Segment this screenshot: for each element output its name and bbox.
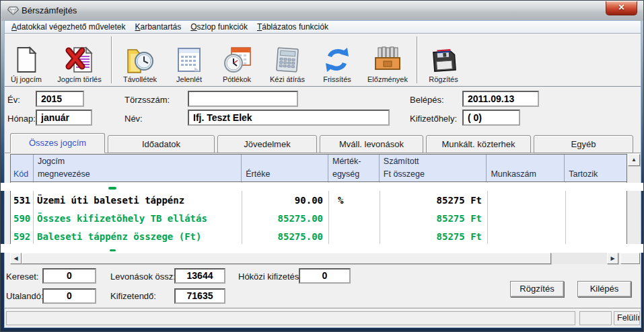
toolbar-separator (111, 36, 112, 83)
record-toolbar-button[interactable]: Rögzítés (421, 38, 466, 83)
table-row[interactable]: 592 Baleseti táppénz összege (Ft) 85275.… (11, 228, 627, 246)
exit-button[interactable]: Kilépés (577, 281, 631, 297)
window-title: Bérszámfejtés (22, 5, 77, 15)
name-input[interactable]: Ifj. Teszt Elek (188, 110, 390, 126)
employee-id-input[interactable] (188, 91, 298, 107)
earnings-label: Kereset: (6, 272, 38, 282)
tab-jovedelmek[interactable]: Jövedelmek (217, 135, 317, 153)
calculator-icon (273, 45, 302, 75)
close-icon: ✕ (618, 3, 624, 12)
menu-bar: Adatokkal végezhető műveletek Karbantart… (5, 21, 641, 34)
transfer-input[interactable]: 0 (42, 288, 96, 304)
stitch-band (1, 183, 644, 191)
column-header-szamitott[interactable]: SzámítottFt összege (379, 155, 487, 181)
supplements-button[interactable]: Pótlékok (214, 38, 260, 83)
clipped-row-fragment (108, 187, 116, 190)
toolbar-separator (417, 36, 417, 83)
column-header-kod[interactable]: Kód (11, 155, 33, 181)
separator-line (5, 308, 641, 309)
horizontal-scrollbar[interactable]: ◀ ▶ (10, 253, 618, 264)
app-window: Bérszámfejtés ✕ Adatokkal végezhető műve… (0, 0, 644, 332)
month-input[interactable]: január (36, 110, 92, 126)
year-input[interactable]: 2015 (36, 91, 84, 107)
entry-date-label: Belépés: (410, 95, 444, 105)
column-header-erteke[interactable]: Értéke (241, 155, 328, 181)
record-button[interactable]: Rögzítés (510, 281, 564, 297)
status-panel-main (6, 311, 575, 325)
scroll-right-icon: ▶ (610, 255, 614, 261)
table-header: Kód Jogcímmegnevezése Értéke Mérték-egys… (10, 154, 627, 182)
payment-office-input[interactable]: ( 0) (462, 110, 520, 126)
transfer-label: Utalandó: (6, 291, 44, 301)
refresh-button[interactable]: Frissítés (315, 38, 359, 83)
clipped-row-fragment (110, 249, 116, 251)
tab-strip: Összes jogcím Időadatok Jövedelmek Mváll… (5, 132, 641, 153)
card-file-icon (373, 45, 402, 75)
payment-office-label: Kifizetőhely: (410, 114, 457, 124)
table-body: 531 Üzemi úti baleseti táppénz 90.00 % 8… (10, 182, 627, 253)
table-row[interactable]: 531 Üzemi úti baleseti táppénz 90.00 % 8… (11, 192, 627, 210)
year-label: Év: (7, 95, 20, 105)
toolbar: Új jogcím Jogcím törlés Távollétek (5, 34, 641, 87)
entry-date-input[interactable]: 2011.09.13 (462, 91, 539, 107)
deductions-label: Levonások össz: (110, 272, 176, 282)
tab-osszes-jogcim[interactable]: Összes jogcím (10, 133, 105, 153)
new-document-icon (14, 45, 38, 75)
menu-item-karbantartas[interactable]: Karbantartás (130, 22, 186, 32)
midmonth-payment-input[interactable]: 0 (299, 268, 351, 284)
floppy-disk-icon (431, 46, 456, 75)
manual-edit-button[interactable]: Kézi átírás (262, 38, 312, 83)
column-header-munkaszam[interactable]: Munkaszám (486, 155, 564, 181)
tab-idoadatok[interactable]: Időadatok (108, 135, 215, 153)
scroll-left-icon: ◀ (13, 255, 17, 261)
scrollbar-thumb[interactable] (22, 253, 551, 264)
folder-clock-icon (125, 45, 155, 75)
new-item-button[interactable]: Új jogcím (6, 38, 46, 83)
vertical-scrollbar[interactable]: ▲ (628, 154, 640, 253)
payable-input[interactable]: 71635 (174, 288, 225, 304)
scroll-left-button[interactable]: ◀ (10, 253, 22, 264)
earnings-input[interactable]: 0 (42, 268, 96, 284)
menu-item-oszlop-funkciok[interactable]: Oszlop funkciók (186, 22, 252, 32)
employee-id-label: Törzsszám: (124, 95, 170, 105)
status-mode-panel: Felülír (614, 311, 640, 325)
app-gem-icon (7, 5, 19, 16)
name-label: Név: (124, 114, 143, 124)
column-header-megnevezes[interactable]: Jogcímmegnevezése (33, 155, 241, 181)
menu-item-adatokkal[interactable]: Adatokkal végezhető műveletek (7, 22, 130, 32)
scrollbar-corner (620, 253, 640, 264)
midmonth-payment-label: Hóközi kifizetés: (238, 272, 301, 282)
scroll-up-button[interactable]: ▲ (628, 154, 640, 166)
tab-mvall-levonasok[interactable]: Mváll. levonások (320, 135, 423, 153)
menu-item-tablazatos-funkciok[interactable]: Táblázatos funkciók (252, 22, 333, 32)
clock-calendar-icon (222, 45, 252, 75)
deductions-input[interactable]: 13644 (174, 268, 225, 284)
absences-button[interactable]: Távollétek (114, 38, 166, 83)
status-panel-secondary (579, 311, 612, 325)
column-header-tartozik[interactable]: Tartozik (564, 155, 627, 181)
column-header-mertekegyseg[interactable]: Mérték-egység (328, 155, 379, 181)
payable-label: Kifizetendő: (110, 291, 156, 301)
delete-item-button[interactable]: Jogcím törlés (48, 38, 111, 83)
table-row[interactable]: 590 Összes kifizetõhely TB ellátás 85275… (11, 210, 627, 228)
scroll-up-icon: ▲ (631, 157, 637, 163)
tab-egyeb[interactable]: Egyéb (534, 135, 633, 153)
tab-munkalt-kozterhek[interactable]: Munkált. közterhek (426, 135, 531, 153)
calendar-icon (174, 45, 204, 75)
month-label: Hónap: (7, 114, 36, 124)
title-bar[interactable]: Bérszámfejtés ✕ (1, 1, 644, 21)
refresh-icon (324, 45, 351, 75)
presence-button[interactable]: Jelenlét (167, 38, 211, 83)
delete-document-icon (65, 45, 94, 75)
stitch-band (1, 244, 644, 253)
close-button[interactable]: ✕ (606, 1, 637, 15)
history-button[interactable]: Előzmények (361, 38, 415, 83)
scroll-right-button[interactable]: ▶ (607, 253, 618, 264)
